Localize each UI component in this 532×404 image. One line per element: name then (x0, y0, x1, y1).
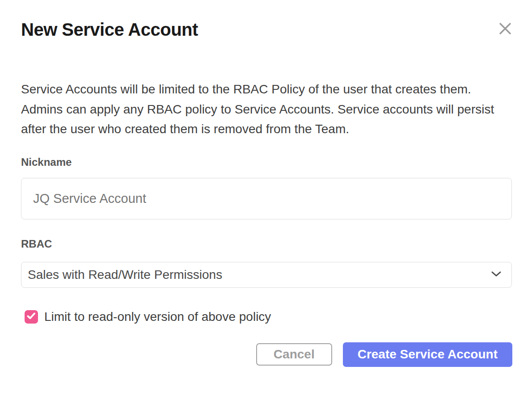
new-service-account-modal: New Service Account Service Accounts wil… (0, 0, 532, 404)
nickname-input[interactable] (21, 178, 512, 219)
chevron-down-icon (491, 271, 502, 279)
rbac-select[interactable]: Sales with Read/Write Permissions (21, 262, 512, 288)
create-service-account-button[interactable]: Create Service Account (343, 342, 512, 367)
modal-actions: Cancel Create Service Account (21, 342, 512, 367)
check-icon (27, 312, 36, 321)
readonly-checkbox[interactable] (25, 310, 38, 324)
readonly-checkbox-label: Limit to read-only version of above poli… (44, 310, 271, 324)
nickname-label: Nickname (21, 156, 512, 168)
close-icon (498, 22, 512, 35)
rbac-selected-value: Sales with Read/Write Permissions (28, 268, 222, 282)
page-title: New Service Account (21, 19, 512, 40)
rbac-label: RBAC (21, 237, 512, 250)
close-button[interactable] (496, 20, 514, 38)
readonly-checkbox-row[interactable]: Limit to read-only version of above poli… (21, 310, 271, 324)
modal-description: Service Accounts will be limited to the … (21, 80, 512, 139)
cancel-button[interactable]: Cancel (256, 343, 332, 366)
